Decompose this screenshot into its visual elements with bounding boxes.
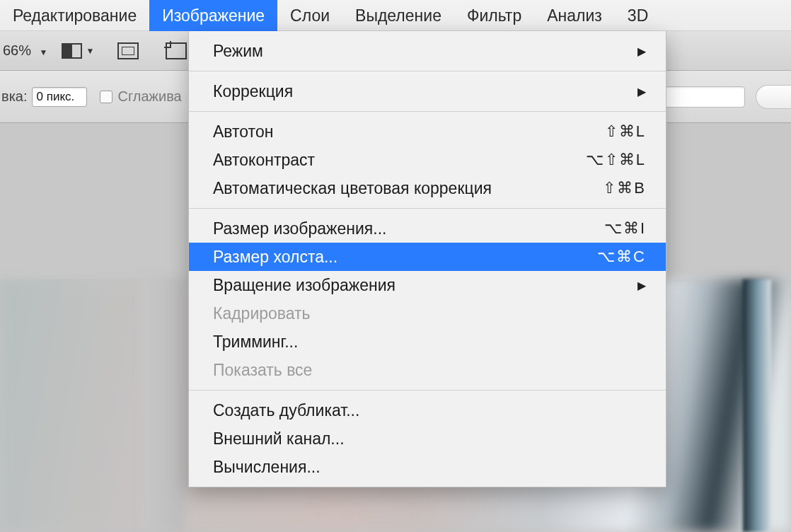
screen-mode-icon — [62, 43, 81, 59]
canvas-detail — [743, 279, 771, 532]
menu-item-canvas-size[interactable]: Размер холста... ⌥⌘C — [189, 243, 666, 271]
menu-item-autotone[interactable]: Автотон ⇧⌘L — [189, 117, 666, 146]
style-dropdown-field[interactable] — [664, 86, 745, 108]
print-size-button[interactable] — [114, 40, 142, 62]
image-menu-dropdown: Режим ▶ Коррекция ▶ Автотон ⇧⌘L Автоконт… — [188, 31, 666, 487]
zoom-level-dropdown[interactable]: 66% ▼ — [3, 42, 47, 59]
menu-item-shortcut: ⌥⌘I — [604, 219, 646, 238]
menu-item-trim[interactable]: Тримминг... — [189, 328, 666, 356]
chevron-down-icon: ▼ — [86, 46, 95, 56]
menu-item-label: Тримминг... — [213, 332, 298, 352]
menu-item-label: Создать дубликат... — [213, 401, 359, 420]
menu-item-duplicate[interactable]: Создать дубликат... — [189, 396, 666, 424]
menu-item-label: Режим — [213, 42, 263, 61]
menu-item-label: Коррекция — [213, 82, 293, 101]
menu-item-shortcut: ⌥⌘C — [597, 248, 646, 266]
chevron-down-icon: ▼ — [40, 47, 48, 57]
menu-item-autocolor[interactable]: Автоматическая цветовая коррекция ⇧⌘B — [189, 174, 666, 202]
submenu-arrow-icon: ▶ — [637, 45, 646, 58]
menu-item-label: Автотон — [213, 122, 273, 141]
menu-item-shortcut: ⇧⌘L — [605, 122, 646, 141]
menu-item-shortcut: ⌥⇧⌘L — [586, 151, 646, 169]
feather-label-partial: вка: — [1, 88, 28, 105]
feather-input[interactable] — [32, 87, 87, 107]
canvas-edge — [142, 279, 184, 532]
menu-item-calculations[interactable]: Вычисления... — [189, 453, 666, 481]
menu-item-label: Автоматическая цветовая коррекция — [213, 179, 492, 198]
actual-pixels-icon — [166, 42, 187, 59]
menu-item-label: Размер холста... — [213, 248, 337, 267]
antialias-checkbox[interactable] — [100, 91, 112, 103]
menu-item-label: Размер изображения... — [213, 219, 386, 238]
menu-3d[interactable]: 3D — [615, 0, 661, 31]
menu-layers[interactable]: Слои — [277, 0, 342, 31]
menu-select[interactable]: Выделение — [342, 0, 454, 31]
app-menubar: Редактирование Изображение Слои Выделени… — [0, 0, 791, 31]
menu-item-autocontrast[interactable]: Автоконтраст ⌥⇧⌘L — [189, 146, 666, 174]
actual-pixels-button[interactable] — [162, 40, 190, 62]
menu-image[interactable]: Изображение — [149, 0, 277, 31]
menu-item-adjustments[interactable]: Коррекция ▶ — [189, 77, 666, 105]
menu-edit[interactable]: Редактирование — [0, 0, 149, 31]
menu-item-label: Вращение изображения — [213, 276, 396, 295]
screen-mode-button[interactable]: ▼ — [62, 40, 94, 62]
menu-item-label: Показать все — [213, 361, 312, 380]
menu-item-image-rotation[interactable]: Вращение изображения ▶ — [189, 271, 666, 299]
submenu-arrow-icon: ▶ — [637, 85, 646, 98]
zoom-level-value: 66% — [3, 42, 31, 58]
menu-item-label: Автоконтраст — [213, 151, 315, 170]
submenu-arrow-icon: ▶ — [637, 279, 646, 292]
menu-item-label: Вычисления... — [213, 458, 321, 477]
menu-item-reveal-all: Показать все — [189, 356, 666, 384]
antialias-label-partial: Сглажива — [118, 88, 182, 105]
menu-item-label: Внешний канал... — [213, 429, 345, 449]
menu-item-apply-image[interactable]: Внешний канал... — [189, 424, 666, 453]
menu-item-label: Кадрировать — [213, 304, 311, 323]
right-pill-button[interactable] — [756, 85, 791, 109]
menu-item-shortcut: ⇧⌘B — [603, 179, 646, 197]
menu-item-crop: Кадрировать — [189, 299, 666, 328]
menu-item-mode[interactable]: Режим ▶ — [189, 37, 666, 65]
menu-item-image-size[interactable]: Размер изображения... ⌥⌘I — [189, 214, 666, 243]
menu-filter[interactable]: Фильтр — [454, 0, 534, 31]
menu-analysis[interactable]: Анализ — [534, 0, 615, 31]
document-size-icon — [117, 42, 139, 59]
